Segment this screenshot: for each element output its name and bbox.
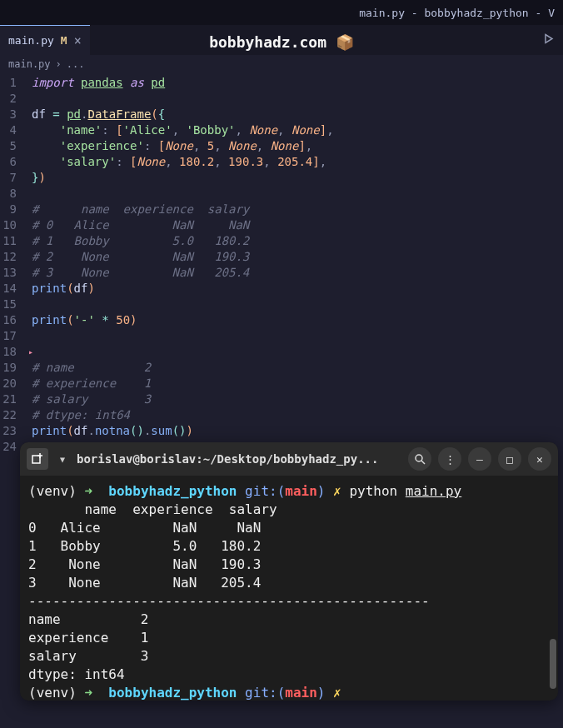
terminal-body[interactable]: (venv) ➜ bobbyhadz_python git:(main) ✗ p… bbox=[20, 476, 558, 701]
watermark: bobbyhadz.com 📦 bbox=[209, 33, 354, 51]
watermark-text: bobbyhadz.com 📦 bbox=[209, 33, 354, 51]
svg-point-3 bbox=[416, 455, 422, 461]
line-number: 6 bbox=[0, 154, 17, 170]
line-number: 9 bbox=[0, 202, 17, 217]
breadcrumb[interactable]: main.py › ... bbox=[0, 55, 563, 73]
dropdown-icon[interactable]: ▼ bbox=[55, 448, 70, 470]
title-bar[interactable]: main.py - bobbyhadz_python - V bbox=[0, 0, 563, 25]
close-icon[interactable]: × bbox=[74, 33, 82, 48]
terminal-window: ▼ borislav@borislav:~/Desktop/bobbyhadz_… bbox=[20, 442, 558, 701]
line-number: 23 bbox=[0, 423, 17, 439]
terminal-output: 3 None NaN 205.4 bbox=[28, 574, 550, 592]
svg-line-4 bbox=[421, 461, 425, 464]
terminal-output: name experience salary bbox=[28, 501, 550, 519]
terminal-output: 0 Alice NaN NaN bbox=[28, 519, 550, 537]
line-number: 20 bbox=[0, 376, 17, 391]
terminal-output: dtype: int64 bbox=[28, 666, 550, 684]
tab-label: main.py bbox=[8, 34, 54, 47]
breadcrumb-file: main.py bbox=[8, 58, 51, 70]
terminal-scrollbar[interactable] bbox=[550, 639, 556, 689]
terminal-output: 1 Bobby 5.0 180.2 bbox=[28, 537, 550, 556]
line-number: 8 bbox=[0, 186, 17, 202]
search-icon[interactable] bbox=[408, 447, 431, 471]
code-editor[interactable]: 1 2 3 4 5 6 7 8 9 10 11 12 13 14 15 16 1… bbox=[0, 73, 563, 440]
line-number: 14 bbox=[0, 281, 17, 297]
terminal-output: experience 1 bbox=[28, 629, 550, 647]
line-number: 4 bbox=[0, 122, 17, 138]
terminal-title: borislav@borislav:~/Desktop/bobbyhadz_py… bbox=[77, 452, 401, 466]
line-number: 13 bbox=[0, 265, 17, 281]
code-area[interactable]: import pandas as pd df = pd.DataFrame({ … bbox=[23, 73, 563, 440]
menu-icon[interactable]: ⋮ bbox=[438, 447, 461, 471]
chevron-right-icon: › bbox=[56, 58, 62, 70]
close-window-icon[interactable]: ✕ bbox=[528, 447, 551, 471]
line-number: 10 bbox=[0, 217, 17, 233]
line-number: 21 bbox=[0, 391, 17, 407]
line-number: 16 bbox=[0, 312, 17, 328]
line-number: 17 bbox=[0, 328, 17, 344]
minimize-icon[interactable]: – bbox=[468, 447, 491, 471]
new-tab-button[interactable] bbox=[27, 448, 48, 470]
run-icon[interactable] bbox=[543, 33, 555, 47]
fold-indicator-icon[interactable]: ▸ bbox=[28, 344, 33, 360]
line-number: 1 bbox=[0, 75, 17, 91]
terminal-header[interactable]: ▼ borislav@borislav:~/Desktop/bobbyhadz_… bbox=[20, 442, 558, 476]
window-title: main.py - bobbyhadz_python - V bbox=[359, 7, 555, 19]
terminal-output: salary 3 bbox=[28, 647, 550, 666]
maximize-icon[interactable]: □ bbox=[498, 447, 521, 471]
line-number: 15 bbox=[0, 297, 17, 312]
line-number: 7 bbox=[0, 170, 17, 186]
terminal-output: name 2 bbox=[28, 611, 550, 629]
line-gutter: 1 2 3 4 5 6 7 8 9 10 11 12 13 14 15 16 1… bbox=[0, 73, 23, 440]
tab-main-py[interactable]: main.py M × bbox=[0, 25, 90, 55]
svg-rect-0 bbox=[32, 456, 40, 463]
terminal-output: ----------------------------------------… bbox=[28, 592, 550, 611]
line-number: 5 bbox=[0, 138, 17, 154]
line-number: 3 bbox=[0, 107, 17, 122]
line-number: 2 bbox=[0, 91, 17, 107]
line-number: 18 bbox=[0, 344, 17, 360]
terminal-output: 2 None NaN 190.3 bbox=[28, 556, 550, 574]
line-number: 12 bbox=[0, 249, 17, 265]
line-number: 24 bbox=[0, 439, 17, 455]
tab-modified-indicator: M bbox=[61, 34, 67, 47]
line-number: 22 bbox=[0, 407, 17, 423]
breadcrumb-more: ... bbox=[67, 58, 85, 70]
line-number: 11 bbox=[0, 233, 17, 249]
line-number: 19 bbox=[0, 360, 17, 376]
